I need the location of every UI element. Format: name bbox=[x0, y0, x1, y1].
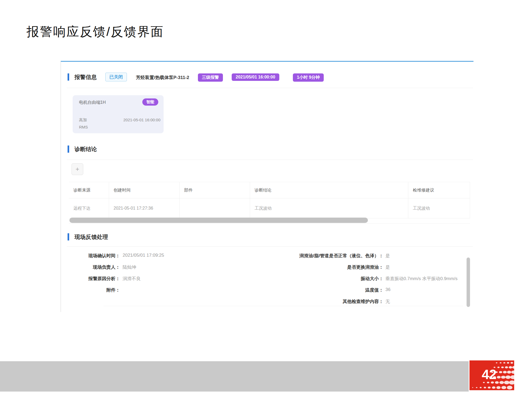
card-metric: RMS bbox=[79, 125, 88, 129]
field-label: 润滑油/脂/管道是否正常（液位、色泽）： bbox=[210, 253, 383, 259]
table-header-cell: 诊断来源 bbox=[69, 182, 109, 198]
table-cell: 工况波动 bbox=[250, 198, 408, 218]
card-title: 电机自由端1H bbox=[79, 100, 106, 105]
field-label: 是否更换润滑油： bbox=[210, 264, 383, 270]
field-label: 其他检查维护内容： bbox=[210, 298, 383, 305]
divider bbox=[67, 88, 473, 88]
diagnosis-section-title: 诊断结论 bbox=[74, 146, 97, 153]
field-value: 是 bbox=[385, 264, 390, 270]
divider bbox=[103, 306, 463, 306]
device-name: 芳烃装置/热载体泵P-311-2 bbox=[136, 74, 189, 81]
table-cell bbox=[179, 198, 250, 218]
field-value: 无 bbox=[385, 298, 390, 305]
horizontal-scrollbar-thumb[interactable] bbox=[69, 218, 368, 223]
alarm-detail-panel: 报警信息 已关闭 芳烃装置/热载体泵P-311-2 三级报警 2021/05/0… bbox=[61, 61, 473, 312]
vertical-scrollbar[interactable] bbox=[467, 257, 470, 307]
page-number-box: 42 bbox=[469, 360, 514, 390]
table-header-cell: 诊断结论 bbox=[250, 182, 408, 198]
field-label: 附件： bbox=[66, 287, 120, 293]
alarm-point-card[interactable]: 电机自由端1H 智能 高加 2021-05-01 16:00:00 RMS bbox=[73, 95, 164, 133]
field-label: 温度值： bbox=[210, 287, 383, 293]
divider bbox=[67, 160, 473, 160]
divider bbox=[67, 246, 473, 247]
field-label: 现场确认时间： bbox=[66, 253, 120, 259]
table-row[interactable]: 远程下达 2021-05-01 17:27:36 工况波动 工况波动 bbox=[69, 198, 470, 218]
horizontal-scrollbar[interactable] bbox=[69, 218, 470, 224]
table-header-cell: 创建时间 bbox=[109, 182, 179, 198]
table-header-cell: 检维修建议 bbox=[408, 182, 470, 198]
field-label: 报警原因分析： bbox=[66, 276, 120, 282]
field-value: 润滑不良 bbox=[123, 276, 141, 282]
alarm-time-badge: 2021/05/01 16:00:00 bbox=[232, 73, 279, 81]
table-header-row: 诊断来源 创建时间 部件 诊断结论 检维修建议 bbox=[69, 182, 470, 198]
alarm-duration-badge: 1小时 9分钟 bbox=[293, 73, 324, 82]
field-label: 振动大小： bbox=[210, 276, 383, 282]
card-time: 2021-05-01 16:00:00 bbox=[123, 118, 160, 122]
card-param: 高加 bbox=[79, 118, 87, 123]
field-value: 是 bbox=[385, 253, 390, 259]
field-value: 36 bbox=[385, 287, 390, 292]
table-cell: 工况波动 bbox=[408, 198, 470, 218]
feedback-section-title: 现场反馈处理 bbox=[74, 233, 108, 240]
table-header-cell: 部件 bbox=[179, 182, 250, 198]
field-value: 垂直振动0.7mm/s 水平振动0.9mm/s bbox=[385, 276, 458, 282]
field-label: 现场负责人： bbox=[66, 264, 120, 270]
field-value: 2021/05/01 17:09:25 bbox=[123, 253, 164, 258]
table-cell: 2021-05-01 17:27:36 bbox=[109, 198, 179, 218]
smart-tag-badge: 智能 bbox=[142, 98, 158, 106]
diagnosis-table: 诊断来源 创建时间 部件 诊断结论 检维修建议 远程下达 2021-05-01 … bbox=[69, 182, 470, 218]
page-number: 42 bbox=[482, 367, 497, 382]
alarm-info-section-title: 报警信息 bbox=[74, 73, 97, 81]
section-accent-bar bbox=[68, 233, 69, 240]
section-accent-bar bbox=[68, 146, 69, 153]
alarm-level-badge: 三级报警 bbox=[198, 73, 223, 82]
slide-title: 报警响应反馈/反馈界面 bbox=[27, 23, 164, 40]
footer-bar: 中国石化 S OPEC 中国石化 SINOPEC 中国石化广州石化公司 SINO… bbox=[0, 361, 469, 392]
add-diagnosis-button[interactable]: + bbox=[72, 163, 83, 175]
table-cell: 远程下达 bbox=[69, 198, 109, 218]
field-value: 陆灿坤 bbox=[123, 264, 136, 270]
section-accent-bar bbox=[68, 73, 69, 81]
status-badge: 已关闭 bbox=[105, 73, 127, 81]
